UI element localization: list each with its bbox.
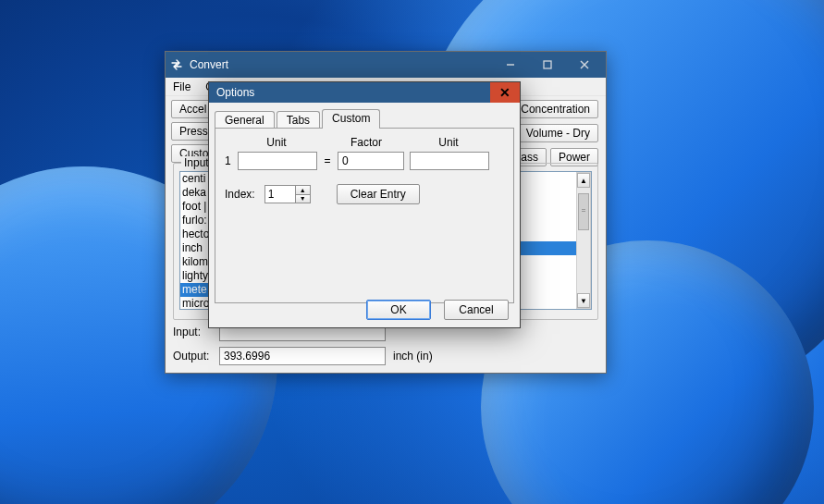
custom-entry-row: 1 =: [225, 151, 504, 171]
unit-b-field[interactable]: [410, 152, 489, 170]
maximize-button[interactable]: [530, 55, 565, 75]
index-label: Index:: [225, 188, 255, 201]
svg-rect-1: [544, 61, 551, 68]
tab-panel-custom: Unit Factor Unit 1 = Index: ▲ ▼ Clear En: [215, 128, 514, 303]
groupbox-legend: Input: [181, 156, 212, 169]
spin-up-icon[interactable]: ▲: [295, 186, 310, 195]
category-concentration[interactable]: Concentration: [512, 100, 598, 118]
menu-file[interactable]: File: [169, 80, 194, 94]
dialog-title: Options: [216, 86, 490, 99]
tab-general[interactable]: General: [215, 111, 275, 129]
options-dialog: Options ✕ General Tabs Custom Unit Facto…: [208, 81, 521, 328]
output-unit-label: inch (in): [393, 350, 433, 363]
output-value-field[interactable]: [219, 347, 386, 365]
tab-custom[interactable]: Custom: [322, 109, 380, 129]
cancel-button[interactable]: Cancel: [444, 300, 509, 320]
spin-down-icon[interactable]: ▼: [295, 195, 310, 203]
dialog-titlebar[interactable]: Options ✕: [209, 82, 520, 103]
scroll-up-button[interactable]: ▲: [577, 173, 590, 188]
close-button[interactable]: [567, 55, 602, 75]
clear-entry-button[interactable]: Clear Entry: [337, 184, 420, 204]
close-icon[interactable]: ✕: [490, 82, 520, 103]
category-right-column: Concentration Volume - Dry lass Power: [510, 100, 598, 170]
category-volume-dry[interactable]: Volume - Dry: [518, 124, 598, 142]
row-number: 1: [225, 154, 232, 167]
factor-field[interactable]: [338, 152, 404, 170]
header-unit-a: Unit: [236, 136, 317, 149]
unit-a-field[interactable]: [238, 152, 317, 170]
input-label: Input:: [173, 326, 212, 338]
dialog-buttons: OK Cancel: [366, 300, 509, 320]
tab-tabs[interactable]: Tabs: [277, 111, 320, 129]
app-icon: [169, 57, 184, 72]
index-value[interactable]: [265, 187, 293, 202]
window-title: Convert: [190, 58, 491, 71]
scrollbar[interactable]: ▲ ▼: [576, 172, 591, 309]
column-headers: Unit Factor Unit: [225, 136, 504, 149]
minimize-button[interactable]: [493, 55, 528, 75]
tabstrip: General Tabs Custom: [215, 108, 514, 128]
ok-button[interactable]: OK: [366, 300, 431, 320]
titlebar[interactable]: Convert: [166, 52, 606, 78]
header-unit-b: Unit: [408, 136, 489, 149]
index-spinner[interactable]: ▲ ▼: [264, 185, 311, 203]
header-factor: Factor: [330, 136, 402, 149]
scroll-thumb[interactable]: [578, 193, 589, 230]
scroll-down-button[interactable]: ▼: [577, 293, 590, 308]
equals-label: =: [323, 154, 332, 167]
output-label: Output:: [173, 350, 212, 363]
